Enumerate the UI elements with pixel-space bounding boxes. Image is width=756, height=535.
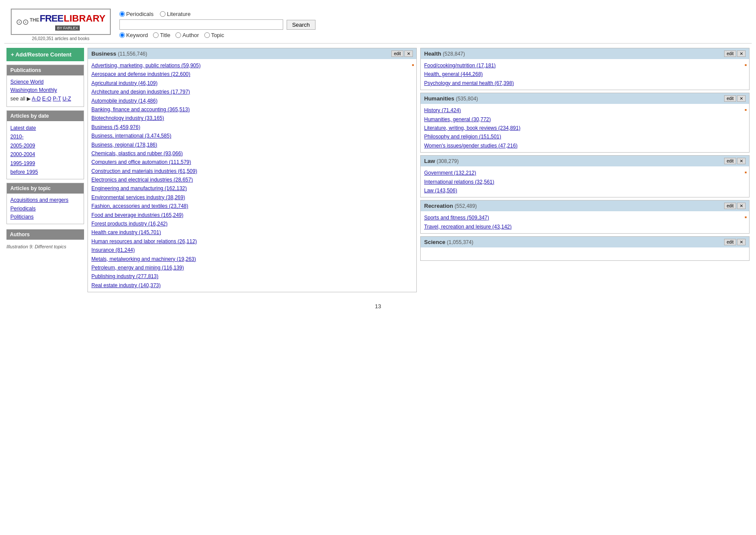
business-item-14[interactable]: Engineering and manufacturing (162,132) [91, 184, 413, 193]
law-item-0[interactable]: Government (132,212) [424, 169, 746, 177]
periodicals-radio[interactable] [119, 11, 125, 17]
business-item-24[interactable]: Publishing industry (277,813) [91, 272, 413, 281]
humanities-item-2[interactable]: Literature, writing, book reviews (234,8… [424, 124, 746, 132]
search-button[interactable]: Search [287, 20, 316, 30]
recreation-edit-controls: edit ✕ [724, 203, 746, 209]
business-item-15[interactable]: Environmental services industry (38,269) [91, 193, 413, 202]
keyword-radio[interactable] [119, 32, 125, 38]
topic-radio-label[interactable]: Topic [204, 32, 224, 38]
business-edit-button[interactable]: edit [391, 50, 403, 57]
topic-radio[interactable] [204, 32, 210, 38]
humanities-close-button[interactable]: ✕ [737, 95, 746, 102]
science-world-link[interactable]: Science World [10, 78, 80, 86]
see-all-row: see all ▶ A-D E-O P-T U-Z [10, 94, 80, 104]
business-item-25[interactable]: Real estate industry (140,373) [91, 281, 413, 290]
law-close-button[interactable]: ✕ [737, 158, 746, 164]
business-header: Business (11,556,746) edit ✕ [88, 48, 416, 59]
law-box: Law (308,279) edit ✕ ▪ Government (132,2… [420, 155, 750, 197]
logo-box: ⊙⊙ THE FREE LIBRARY BY FARLEX [11, 9, 111, 35]
business-item-17[interactable]: Food and beverage industries (165,249) [91, 211, 413, 219]
science-edit-button[interactable]: edit [724, 239, 736, 245]
law-edit-controls: edit ✕ [724, 158, 746, 164]
date-before-1995-link[interactable]: before 1995 [10, 168, 80, 176]
periodicals-link[interactable]: Periodicals [10, 205, 80, 213]
recreation-close-button[interactable]: ✕ [737, 203, 746, 209]
periodicals-radio-label[interactable]: Periodicals [119, 11, 154, 17]
business-item-7[interactable]: Business (5,459,976) [91, 123, 413, 131]
law-item-1[interactable]: International relations (32,561) [424, 178, 746, 186]
health-item-2[interactable]: Psychology and mental health (67,398) [424, 79, 746, 88]
acquisitions-mergers-link[interactable]: Acquisitions and mergers [10, 196, 80, 204]
business-item-4[interactable]: Automobile industry (14,486) [91, 97, 413, 105]
humanities-item-1[interactable]: Humanities, general (30,772) [424, 115, 746, 124]
see-all-ad-link[interactable]: A-D [32, 96, 41, 102]
business-item-9[interactable]: Business, regional (178,186) [91, 141, 413, 149]
recreation-title: Recreation [424, 203, 453, 209]
see-all-uz-link[interactable]: U-Z [62, 96, 71, 102]
latest-date-link[interactable]: Latest date [10, 124, 80, 132]
humanities-item-0[interactable]: History (71,424) [424, 106, 746, 115]
see-all-pt-link[interactable]: P-T [53, 96, 61, 102]
literature-radio[interactable] [160, 11, 166, 17]
logo-icon: ⊙⊙ [16, 17, 29, 27]
recreation-edit-button[interactable]: edit [724, 203, 736, 209]
business-item-23[interactable]: Petroleum, energy and mining (116,139) [91, 263, 413, 272]
science-body [421, 247, 749, 260]
date-2000-2004-link[interactable]: 2000-2004 [10, 150, 80, 159]
humanities-body: ▪ History (71,424) Humanities, general (… [421, 104, 749, 152]
law-item-2[interactable]: Law (143,506) [424, 186, 746, 195]
authors-section: Authors [6, 229, 84, 240]
business-item-18[interactable]: Forest products industry (16,242) [91, 219, 413, 228]
business-item-1[interactable]: Aerospace and defense industries (22,600… [91, 70, 413, 78]
business-item-0[interactable]: Advertising, marketing, public relations… [91, 61, 413, 70]
health-edit-button[interactable]: edit [724, 50, 736, 57]
literature-radio-label[interactable]: Literature [160, 11, 191, 17]
health-item-0[interactable]: Food/cooking/nutrition (17,181) [424, 61, 746, 70]
humanities-item-4[interactable]: Women's issues/gender studies (47,216) [424, 141, 746, 150]
humanities-item-3[interactable]: Philosophy and religion (151,501) [424, 132, 746, 141]
business-item-5[interactable]: Banking, finance and accounting (365,513… [91, 105, 413, 114]
recreation-box: Recreation (552,489) edit ✕ ▪ Sports and… [420, 200, 750, 234]
business-item-6[interactable]: Biotechnology industry (33,165) [91, 114, 413, 122]
business-close-button[interactable]: ✕ [404, 50, 413, 57]
recreation-item-0[interactable]: Sports and fitness (509,347) [424, 213, 746, 222]
date-2010-link[interactable]: 2010- [10, 132, 80, 141]
business-title: Business [91, 50, 116, 57]
business-item-13[interactable]: Electronics and electrical industries (2… [91, 175, 413, 184]
search-input[interactable] [119, 19, 283, 30]
title-radio-label[interactable]: Title [153, 32, 170, 38]
right-topic-column: Health (528,847) edit ✕ ▪ Food/cooking/n… [420, 48, 750, 292]
search-row: Search [119, 19, 316, 30]
topics-area: Business (11,556,746) edit ✕ ▪ Advertisi… [87, 48, 750, 292]
keyword-radio-label[interactable]: Keyword [119, 32, 148, 38]
author-radio[interactable] [175, 32, 181, 38]
science-close-button[interactable]: ✕ [737, 239, 746, 245]
see-all-eo-link[interactable]: E-O [42, 96, 51, 102]
health-item-1[interactable]: Health, general (444,268) [424, 70, 746, 78]
business-item-11[interactable]: Computers and office automation (111,579… [91, 158, 413, 166]
business-item-12[interactable]: Construction and materials industries (6… [91, 167, 413, 175]
business-item-21[interactable]: Insurance (81,244) [91, 246, 413, 254]
author-radio-label[interactable]: Author [175, 32, 199, 38]
science-box: Science (1,055,374) edit ✕ [420, 236, 750, 261]
washington-monthly-link[interactable]: Washington Monthly [10, 86, 80, 94]
date-2005-2009-link[interactable]: 2005-2009 [10, 141, 80, 150]
business-item-19[interactable]: Health care industry (145,701) [91, 228, 413, 237]
date-1995-1999-link[interactable]: 1995-1999 [10, 159, 80, 168]
business-item-22[interactable]: Metals, metalworking and machinery (19,2… [91, 255, 413, 263]
business-item-3[interactable]: Architecture and design industries (17,7… [91, 88, 413, 96]
politicians-link[interactable]: Politicians [10, 213, 80, 221]
business-item-10[interactable]: Chemicals, plastics and rubber (93,066) [91, 149, 413, 158]
title-radio[interactable] [153, 32, 159, 38]
business-item-2[interactable]: Agricultural industry (46,109) [91, 79, 413, 88]
business-item-8[interactable]: Business, international (3,474,585) [91, 131, 413, 140]
humanities-edit-button[interactable]: edit [724, 95, 736, 102]
recreation-item-1[interactable]: Travel, recreation and leisure (43,142) [424, 222, 746, 231]
add-restore-button[interactable]: + Add/Restore Content [6, 48, 84, 61]
law-edit-button[interactable]: edit [724, 158, 736, 164]
humanities-edit-controls: edit ✕ [724, 95, 746, 102]
health-close-button[interactable]: ✕ [737, 50, 746, 57]
recreation-count: (552,489) [455, 203, 477, 209]
business-item-16[interactable]: Fashion, accessories and textiles (23,74… [91, 202, 413, 210]
business-item-20[interactable]: Human resources and labor relations (26,… [91, 237, 413, 246]
